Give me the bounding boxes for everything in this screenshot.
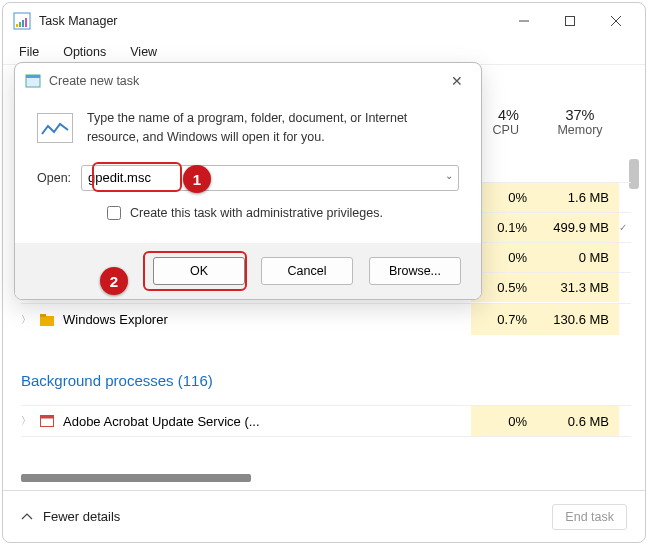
admin-label: Create this task with administrative pri… [130, 206, 383, 220]
svg-rect-14 [26, 75, 40, 78]
admin-checkbox[interactable] [107, 206, 121, 220]
cancel-button[interactable]: Cancel [261, 257, 353, 285]
svg-rect-2 [19, 22, 21, 27]
minimize-button[interactable] [501, 3, 547, 39]
svg-rect-10 [40, 314, 46, 317]
svg-rect-12 [41, 416, 54, 419]
chevron-down-icon[interactable]: ⌄ [445, 170, 453, 181]
expand-icon[interactable]: 〉 [21, 414, 39, 428]
memory-percent: 37% [535, 107, 625, 123]
open-label: Open: [37, 171, 71, 185]
dialog-title: Create new task [49, 74, 443, 88]
tick-icon: ✓ [619, 222, 631, 233]
process-name: Adobe Acrobat Update Service (... [63, 414, 471, 429]
mem-cell: 31.3 MB [535, 273, 619, 302]
run-dialog-icon [25, 73, 41, 89]
dialog-close-button[interactable]: ✕ [443, 69, 471, 93]
browse-button[interactable]: Browse... [369, 257, 461, 285]
titlebar: Task Manager [3, 3, 645, 39]
maximize-button[interactable] [547, 3, 593, 39]
svg-rect-1 [16, 24, 18, 27]
ok-button[interactable]: OK [153, 257, 245, 285]
window-title: Task Manager [39, 14, 501, 28]
mem-cell: 499.9 MB [535, 213, 619, 242]
dialog-footer: OK Cancel Browse... [15, 243, 481, 299]
mem-cell: 1.6 MB [535, 183, 619, 212]
menu-file[interactable]: File [9, 42, 49, 62]
mem-cell: 130.6 MB [535, 304, 619, 335]
process-name: Windows Explorer [63, 312, 471, 327]
memory-label: Memory [535, 123, 625, 137]
open-combobox[interactable]: ⌄ [81, 165, 459, 191]
svg-rect-3 [22, 20, 24, 27]
window-icon [39, 413, 55, 429]
acrobat-row[interactable]: 〉 Adobe Acrobat Update Service (... 0% 0… [21, 405, 631, 437]
expand-icon[interactable]: 〉 [21, 313, 39, 327]
end-task-button[interactable]: End task [552, 504, 627, 530]
run-icon [37, 113, 73, 143]
memory-header[interactable]: 37% Memory [535, 107, 625, 137]
dialog-message: Type the name of a program, folder, docu… [87, 109, 459, 147]
svg-rect-4 [25, 18, 27, 27]
open-input[interactable] [81, 165, 459, 191]
footer: Fewer details End task [3, 490, 645, 542]
menu-view[interactable]: View [120, 42, 167, 62]
fewer-details-button[interactable]: Fewer details [21, 509, 120, 524]
explorer-row[interactable]: 〉 Windows Explorer 0.7% 130.6 MB [21, 303, 631, 335]
mem-cell: 0 MB [535, 243, 619, 272]
fewer-details-label: Fewer details [43, 509, 120, 524]
background-processes-heading[interactable]: Background processes (116) [21, 372, 213, 389]
close-button[interactable] [593, 3, 639, 39]
svg-rect-6 [566, 17, 575, 26]
mem-cell: 0.6 MB [535, 406, 619, 436]
cpu-cell: 0.7% [471, 304, 535, 335]
svg-rect-9 [40, 316, 54, 326]
chevron-up-icon [21, 511, 33, 523]
column-headers: 4% CPU 37% Memory [465, 107, 625, 137]
menu-options[interactable]: Options [53, 42, 116, 62]
folder-icon [39, 312, 55, 328]
horizontal-scrollbar[interactable] [21, 474, 251, 482]
task-manager-icon [13, 12, 31, 30]
cpu-cell: 0% [471, 406, 535, 436]
dialog-titlebar: Create new task ✕ [15, 63, 481, 99]
create-task-dialog: Create new task ✕ Type the name of a pro… [14, 62, 482, 300]
